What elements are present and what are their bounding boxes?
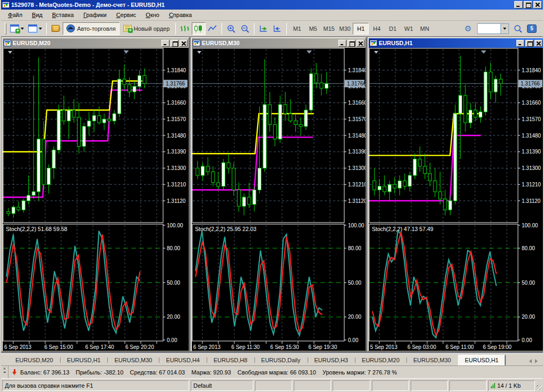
- minimize-button[interactable]: [514, 1, 523, 8]
- chart-minimize-button[interactable]: [516, 40, 524, 47]
- timeframe-button-w1[interactable]: W1: [401, 23, 416, 35]
- timeframe-button-h4[interactable]: H4: [369, 23, 385, 35]
- chart-tab-6[interactable]: EURUSD,H3: [308, 355, 355, 365]
- line-chart-icon: [208, 24, 217, 33]
- timeframe-button-d1[interactable]: D1: [385, 23, 401, 35]
- svg-text:6 Sep 15:00: 6 Sep 15:00: [45, 344, 73, 350]
- menu-item-вставка[interactable]: Вставка: [47, 10, 79, 20]
- bar-chart-button[interactable]: [178, 22, 192, 35]
- gear-icon: ⚙: [464, 24, 471, 32]
- history-book-icon: [52, 25, 60, 32]
- account-field-2: Средства: 67 014.03: [130, 369, 185, 376]
- candlestick-icon: [194, 24, 203, 33]
- chart-tab-2[interactable]: EURUSD,M30: [107, 355, 159, 365]
- template-combo[interactable]: [477, 23, 509, 34]
- tab-scroll-left-icon[interactable]: [529, 359, 532, 363]
- chart-tab-3[interactable]: EURUSD,H4: [159, 355, 207, 365]
- timeframe-button-m1[interactable]: M1: [289, 23, 305, 35]
- candlestick-button[interactable]: [192, 22, 206, 35]
- status-profile[interactable]: Default: [191, 380, 253, 391]
- chart-tab-7[interactable]: EURUSD,M20: [355, 355, 406, 365]
- history-center-button[interactable]: [49, 22, 63, 35]
- title-bar[interactable]: 1529078 - MetaQuotes-Demo - Демо-счет - …: [1, 0, 543, 10]
- chart-title-bar[interactable]: EURUSD,M30: [192, 38, 366, 48]
- window-title: 1529078 - MetaQuotes-Demo - Демо-счет - …: [11, 2, 514, 8]
- chart-title-bar[interactable]: EURUSD,H1: [369, 38, 543, 48]
- svg-text:1.31300: 1.31300: [522, 165, 541, 171]
- timeframe-button-h1[interactable]: H1: [353, 23, 369, 35]
- chart-icon: [4, 40, 11, 46]
- close-button[interactable]: [533, 1, 542, 8]
- restore-button[interactable]: [524, 1, 532, 8]
- resize-grip[interactable]: [536, 380, 543, 392]
- account-field-0: Баланс: 67 396.13: [20, 369, 70, 376]
- auto-scroll-button[interactable]: [257, 22, 270, 35]
- svg-text:50.00: 50.00: [167, 280, 180, 286]
- chart-window-eurusd-m20[interactable]: EURUSD,M201.318401.317501.316601.315701.…: [2, 37, 190, 352]
- chart-icon: [193, 40, 200, 46]
- new-order-button[interactable]: + Новый ордер: [120, 22, 174, 35]
- chart-tab-4[interactable]: EURUSD,H8: [207, 355, 254, 365]
- svg-text:1.31840: 1.31840: [348, 67, 366, 73]
- menu-item-окно[interactable]: Окно: [141, 10, 164, 20]
- timeframe-button-m15[interactable]: M15: [321, 23, 337, 35]
- chart-close-button[interactable]: [180, 40, 188, 47]
- chart-close-button[interactable]: [534, 40, 542, 47]
- chart-shift-icon: [273, 24, 282, 33]
- autotrading-button[interactable]: Авто-торговля: [63, 22, 120, 35]
- chart-tab-1[interactable]: EURUSD,H1: [60, 355, 108, 365]
- toolbar-separator: [254, 23, 254, 35]
- menu-item-справка[interactable]: Справка: [164, 10, 197, 20]
- indicators-button[interactable]: ⚙: [461, 22, 475, 35]
- timeframe-button-mn[interactable]: MN: [416, 23, 432, 35]
- zoom-out-button[interactable]: [238, 22, 252, 35]
- line-chart-button[interactable]: [206, 22, 219, 35]
- svg-text:1.31840: 1.31840: [522, 67, 541, 73]
- chart-window-eurusd-h1[interactable]: EURUSD,H11.318401.317501.316601.315701.3…: [368, 37, 543, 352]
- app-icon: [2, 2, 10, 8]
- zoom-in-button[interactable]: [224, 22, 238, 35]
- chart-minimize-button[interactable]: [338, 40, 346, 47]
- terminal-edge[interactable]: ×▪▪: [1, 366, 8, 378]
- chart-restore-button[interactable]: [171, 40, 178, 47]
- chart-tab-8[interactable]: EURUSD,M30: [406, 355, 458, 365]
- chart-close-button[interactable]: [356, 40, 364, 47]
- new-chart-icon: +: [10, 24, 19, 32]
- timeframe-button-m5[interactable]: M5: [305, 23, 321, 35]
- svg-text:1.31570: 1.31570: [348, 116, 366, 122]
- notifications-badge[interactable]: 5: [527, 24, 537, 33]
- svg-text:1.31390: 1.31390: [522, 149, 541, 155]
- chart-canvas[interactable]: 1.318401.317501.316601.315701.314801.313…: [3, 48, 189, 351]
- svg-text:6 Sep 19:30: 6 Sep 19:30: [309, 344, 337, 350]
- chart-title-bar[interactable]: EURUSD,M20: [3, 38, 189, 48]
- svg-text:1.31766: 1.31766: [166, 81, 185, 87]
- chart-restore-button[interactable]: [347, 40, 355, 47]
- profiles-button[interactable]: [26, 22, 44, 35]
- toolbar-grip[interactable]: [5, 23, 6, 35]
- drag-handle-icon: ▪▪: [4, 371, 6, 374]
- account-summary: Баланс: 67 396.13Прибыль: -382.10Средств…: [20, 369, 397, 376]
- chart-tab-0[interactable]: EURUSD,M20: [8, 355, 60, 365]
- traffic-text: 14 / 1 Kb: [497, 382, 521, 389]
- symbol-search-button[interactable]: [511, 22, 525, 35]
- chart-shift-button[interactable]: [270, 22, 284, 35]
- chart-restore-button[interactable]: [525, 40, 533, 47]
- svg-text:6 Sep 2013: 6 Sep 2013: [4, 344, 32, 350]
- tab-scroll-right-icon[interactable]: [535, 359, 538, 363]
- menu-item-графики[interactable]: Графики: [79, 10, 112, 20]
- svg-text:1.31660: 1.31660: [348, 100, 366, 106]
- menu-item-сервис[interactable]: Сервис: [112, 10, 141, 20]
- chart-window-eurusd-m30[interactable]: EURUSD,M301.318401.317501.316601.315701.…: [191, 37, 367, 352]
- svg-text:1.31570: 1.31570: [522, 116, 541, 122]
- chart-canvas[interactable]: 1.318401.317501.316601.315701.314801.313…: [192, 48, 366, 351]
- chart-minimize-button[interactable]: [162, 40, 169, 47]
- chart-tab-9[interactable]: EURUSD,H1: [458, 355, 506, 365]
- new-chart-button[interactable]: +: [8, 22, 26, 35]
- menu-item-файл[interactable]: Файл: [3, 10, 27, 20]
- timeframe-button-m30[interactable]: M30: [337, 23, 353, 35]
- chart-title: EURUSD,M20: [13, 40, 162, 46]
- chart-tab-5[interactable]: EURUSD,Daily: [254, 355, 308, 365]
- menu-item-вид[interactable]: Вид: [27, 10, 47, 20]
- chart-canvas[interactable]: 1.318401.317501.316601.315701.314801.313…: [369, 48, 543, 351]
- combo-dropdown-button[interactable]: [500, 24, 508, 33]
